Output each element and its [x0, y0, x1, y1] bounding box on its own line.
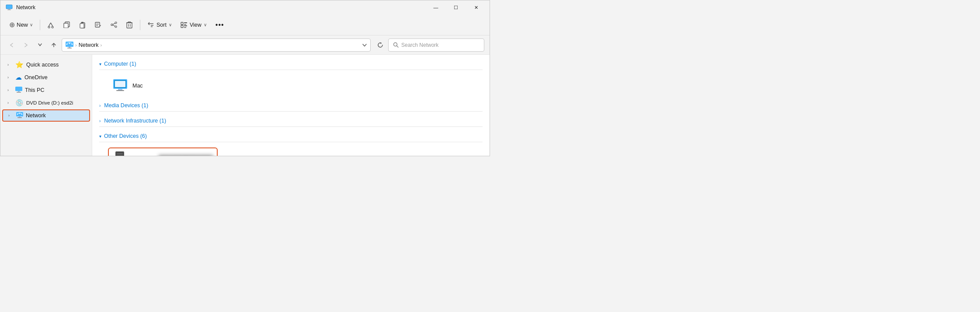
search-icon	[393, 42, 399, 48]
sort-icon	[147, 21, 154, 28]
view-chevron-icon: ∨	[204, 22, 207, 27]
rename-button[interactable]	[91, 18, 105, 32]
svg-point-45	[72, 43, 73, 45]
search-box[interactable]: Search Network	[388, 39, 484, 52]
paste-icon	[79, 21, 86, 28]
toolbar-sep-1	[40, 20, 40, 30]
svg-rect-11	[80, 24, 84, 28]
quick-access-icon: ⭐	[15, 61, 24, 69]
svg-point-57	[19, 112, 20, 113]
mac-icon	[112, 78, 128, 94]
network-infra-toggle-icon: ›	[99, 119, 101, 123]
network-infra-section-title: Network Infrastructure (1)	[104, 118, 166, 124]
dropdown-arrow-icon	[38, 43, 42, 46]
more-button[interactable]: •••	[212, 18, 228, 32]
svg-line-18	[113, 23, 115, 25]
mac-item-label: Mac	[132, 83, 143, 89]
cerbo-gx-item-label: Cerbo GX ██████████████	[133, 155, 213, 156]
svg-rect-49	[18, 91, 20, 92]
section-header-network-infrastructure[interactable]: › Network Infrastructure (1)	[99, 115, 483, 126]
titlebar-left: Network	[6, 4, 35, 11]
svg-line-19	[113, 25, 115, 26]
view-icon	[181, 21, 188, 28]
rename-icon	[95, 21, 101, 28]
address-chevron-end: ›	[101, 42, 102, 48]
share-button[interactable]	[107, 18, 121, 32]
new-button[interactable]: ⊕ New ∨	[6, 18, 36, 32]
svg-rect-1	[8, 9, 10, 10]
svg-rect-62	[116, 90, 124, 91]
delete-button[interactable]	[122, 18, 136, 32]
view-label: View	[190, 22, 202, 28]
svg-point-56	[17, 113, 18, 114]
view-button[interactable]: View ∨	[177, 18, 210, 32]
delete-icon	[126, 21, 132, 28]
titlebar: Network — ☐ ✕	[0, 0, 490, 14]
sidebar-item-network[interactable]: › Network	[2, 109, 90, 122]
refresh-icon	[377, 42, 383, 48]
toolbar-sep-2	[140, 20, 140, 30]
svg-point-16	[115, 26, 117, 28]
minimize-button[interactable]: —	[426, 0, 446, 14]
other-devices-section-title: Other Devices (6)	[104, 133, 147, 139]
svg-point-15	[115, 22, 117, 24]
sidebar-item-quick-access[interactable]: › ⭐ Quick access	[2, 59, 90, 71]
back-button[interactable]	[6, 39, 18, 51]
address-bar[interactable]: › Network ›	[62, 39, 371, 52]
file-item-mac[interactable]: Mac	[108, 75, 169, 96]
sort-button[interactable]: Sort ∨	[144, 18, 175, 32]
sidebar-item-label-network: Network	[26, 112, 46, 119]
dropdown-arrow-button[interactable]	[34, 39, 46, 51]
network-infra-separator	[99, 126, 483, 127]
cut-icon	[48, 21, 54, 28]
svg-point-17	[111, 24, 113, 26]
new-label: New	[17, 21, 28, 28]
address-network-icon	[66, 42, 73, 49]
svg-rect-39	[69, 47, 70, 48]
quick-access-chevron-icon: ›	[7, 63, 13, 67]
sidebar-item-onedrive[interactable]: › ☁ OneDrive	[2, 71, 90, 84]
address-chevron-sep: ›	[75, 42, 77, 48]
copy-button[interactable]	[59, 18, 73, 32]
refresh-button[interactable]	[374, 39, 386, 51]
address-chevron-down-icon[interactable]	[362, 44, 367, 47]
file-item-cerbo-gx[interactable]: Cerbo GX ██████████████	[108, 147, 218, 156]
svg-rect-34	[184, 24, 186, 25]
section-header-media-devices[interactable]: › Media Devices (1)	[99, 100, 483, 110]
section-header-computer[interactable]: ▾ Computer (1)	[99, 58, 483, 69]
paste-button[interactable]	[75, 18, 89, 32]
svg-rect-35	[181, 25, 183, 28]
svg-rect-32	[181, 22, 183, 25]
maximize-button[interactable]: ☐	[446, 0, 466, 14]
address-dropdown-icon[interactable]	[362, 42, 367, 48]
computer-section-separator	[99, 70, 483, 70]
sidebar-item-this-pc[interactable]: › This PC	[2, 84, 90, 96]
sort-chevron-icon: ∨	[169, 22, 172, 27]
dvd-drive-chevron-icon: ›	[7, 101, 13, 105]
this-pc-chevron-icon: ›	[7, 88, 13, 92]
sidebar-item-label-this-pc: This PC	[25, 87, 44, 93]
dvd-drive-icon: 💿	[15, 99, 24, 107]
sidebar-item-label-dvd-drive: DVD Drive (D:) esd2i	[26, 100, 73, 105]
computer-section-toggle-icon: ▾	[99, 62, 101, 67]
sidebar-item-label-onedrive: OneDrive	[24, 74, 48, 81]
svg-point-44	[69, 42, 70, 44]
forward-button[interactable]	[20, 39, 32, 51]
svg-rect-52	[19, 116, 21, 117]
svg-rect-48	[15, 87, 22, 91]
svg-rect-40	[67, 48, 72, 49]
other-devices-toggle-icon: ▾	[99, 134, 101, 139]
sort-label: Sort	[156, 22, 167, 28]
close-button[interactable]: ✕	[466, 0, 486, 14]
search-placeholder: Search Network	[401, 42, 438, 48]
svg-point-6	[52, 26, 53, 28]
svg-point-58	[21, 113, 22, 114]
cut-button[interactable]	[44, 18, 58, 32]
network-chevron-icon: ›	[8, 113, 14, 118]
up-button[interactable]	[48, 39, 60, 51]
main-area: › ⭐ Quick access › ☁ OneDrive › Thi	[0, 55, 490, 156]
forward-icon	[24, 42, 28, 48]
section-header-other-devices[interactable]: ▾ Other Devices (6)	[99, 130, 483, 141]
sidebar-item-dvd-drive[interactable]: › 💿 DVD Drive (D:) esd2i	[2, 97, 90, 109]
titlebar-title: Network	[16, 4, 35, 11]
